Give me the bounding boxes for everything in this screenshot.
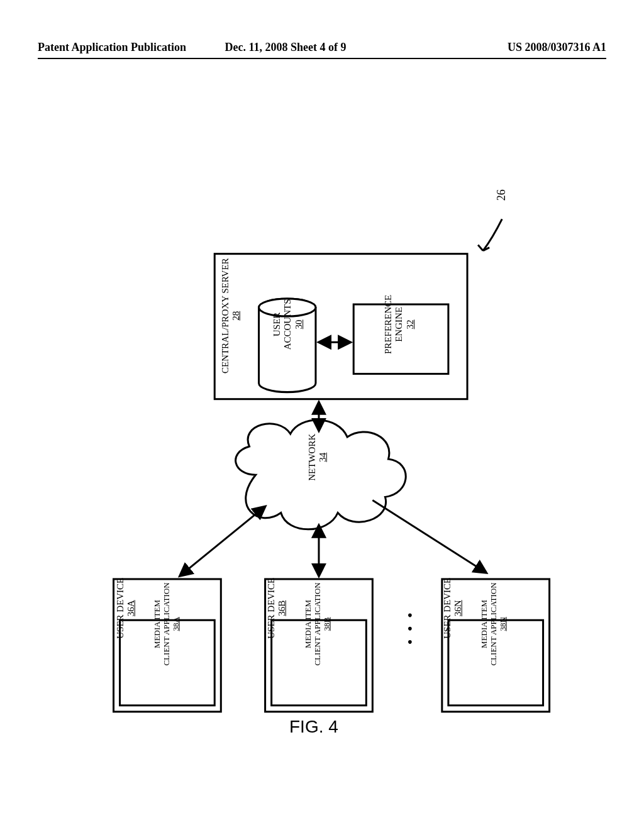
devA-client-l1: MEDIA ITEM [153, 577, 162, 671]
user-accounts-group: USER ACCOUNTS 30 [272, 290, 304, 359]
devB-title: USER DEVICE [266, 577, 277, 639]
devA-client-l2: CLIENT APPLICATION [162, 577, 172, 671]
header-right: US 2008/0307316 A1 [508, 41, 606, 54]
pref-engine-l1: PREFERENCE [383, 287, 394, 362]
network-label: NETWORK [307, 429, 318, 485]
page: Patent Application Publication Dec. 11, … [38, 25, 606, 805]
ref-leader-26 [478, 219, 502, 250]
devB-title-group: USER DEVICE 36B [266, 577, 288, 639]
arrow-net-devA [180, 506, 265, 575]
server-title-num: 28 [231, 243, 242, 388]
devA-title-group: USER DEVICE 36A [115, 577, 137, 639]
header-mid: Dec. 11, 2008 Sheet 4 of 9 [225, 41, 347, 54]
server-title-group: CENTRAL/PROXY SERVER 28 [220, 243, 242, 388]
header-rule [38, 58, 606, 59]
devN-client-group: MEDIA ITEM CLIENT APPLICATION 38N [480, 577, 508, 671]
svg-rect-0 [214, 254, 467, 399]
devB-client-num: 38B [322, 577, 331, 671]
devA-client-num: 38A [171, 577, 180, 671]
pref-engine-num: 32 [405, 287, 416, 362]
server-outline [214, 254, 467, 399]
network-group: NETWORK 34 [307, 429, 329, 485]
devN-title: USER DEVICE [442, 577, 453, 639]
devA-num: 36A [126, 577, 136, 639]
devN-title-group: USER DEVICE 36N [442, 577, 464, 639]
device-ellipsis: • • • [402, 611, 418, 645]
ref-26-label: 26 [495, 189, 508, 201]
header-left: Patent Application Publication [38, 41, 186, 54]
user-accounts-num: 30 [294, 290, 304, 359]
pref-engine-l2: ENGINE [394, 287, 404, 362]
devB-client-l1: MEDIA ITEM [304, 577, 313, 671]
devB-client-group: MEDIA ITEM CLIENT APPLICATION 38B [304, 577, 332, 671]
devN-num: 36N [453, 577, 464, 639]
figure-label: FIG. 4 [289, 717, 338, 737]
user-accounts-l1: USER [272, 290, 282, 359]
devB-num: 36B [277, 577, 287, 639]
user-accounts-l2: ACCOUNTS [282, 290, 293, 359]
devA-client-group: MEDIA ITEM CLIENT APPLICATION 38A [153, 577, 181, 671]
devN-client-num: 38N [498, 577, 508, 671]
devN-client-l2: CLIENT APPLICATION [489, 577, 499, 671]
pref-engine-group: PREFERENCE ENGINE 32 [383, 287, 416, 362]
server-title: CENTRAL/PROXY SERVER [220, 243, 231, 388]
devA-title: USER DEVICE [115, 577, 126, 639]
devN-client-l1: MEDIA ITEM [480, 577, 489, 671]
devB-client-l2: CLIENT APPLICATION [313, 577, 323, 671]
diagram-canvas: 26 CENTRAL/PROXY SERVER 28 USER ACCOUNTS… [38, 82, 606, 805]
arrow-net-devN [372, 500, 486, 573]
network-num: 34 [318, 429, 328, 485]
